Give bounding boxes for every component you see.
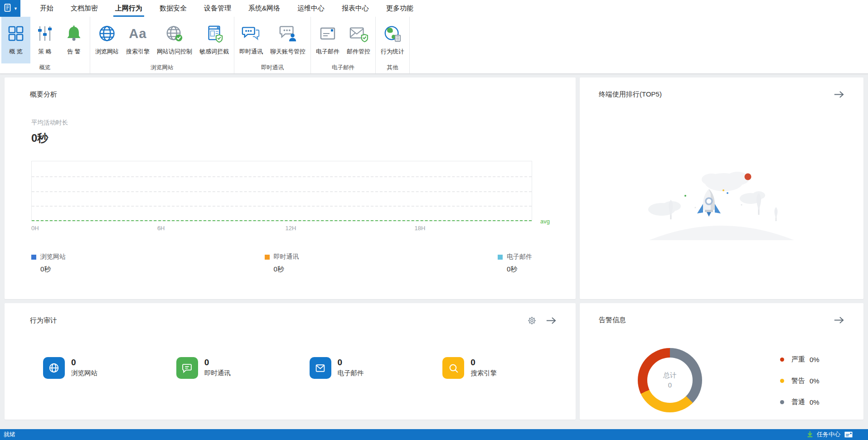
tab-system-network[interactable]: 系统&网络 [240,0,289,17]
arrow-right-icon[interactable] [834,90,844,99]
ribbon-button-sensitive-word-block[interactable]: 敏感词拦截 [196,17,233,63]
ribbon-button-label: 网站访问控制 [157,48,192,56]
ribbon-button-website-access-control[interactable]: 网站访问控制 [153,17,196,63]
ribbon-button-label: 搜索引擎 [126,48,150,56]
message-envelope-icon[interactable] [844,431,853,438]
tab-device-management[interactable]: 设备管理 [195,0,240,17]
stat-search-engine[interactable]: 0 搜索引擎 [442,357,576,379]
status-ready-text: 就绪 [4,430,15,439]
legend-dot [780,400,784,404]
stat-instant-messaging[interactable]: 0 即时通讯 [176,357,310,379]
statusbar: 就绪 任务中心 [0,429,868,440]
ribbon-button-behavior-statistics[interactable]: 行为统计 [377,17,408,63]
tab-ops-center[interactable]: 运维中心 [289,0,333,17]
arrow-right-icon[interactable] [546,316,557,325]
tab-home[interactable]: 开始 [31,0,62,17]
alert-legend: 严重 0% 警告 0% 普通 0% [780,355,820,419]
card-behavior-audit: 行为审计 0 浏览网站 [5,303,576,420]
page-shield-icon [205,21,224,46]
ribbon-button-policy[interactable]: 策 略 [30,17,59,63]
ribbon-button-instant-messaging[interactable]: 即时通讯 [236,17,267,63]
arrow-right-icon[interactable] [834,316,844,324]
legend-swatch [31,255,36,260]
ribbon-button-label: 聊天账号管控 [270,48,305,56]
stat-browse-website[interactable]: 0 浏览网站 [43,357,176,379]
ribbon-button-chat-account-control[interactable]: 聊天账号管控 [267,17,309,63]
globe-icon [43,357,65,379]
card-terminal-usage-ranking: 终端使用排行(TOP5) [580,77,863,299]
rocket-illustration [697,189,721,217]
gear-icon[interactable] [527,316,537,325]
task-center-button[interactable]: 任务中心 [806,430,840,439]
search-icon [442,357,464,379]
alert-legend-critical: 严重 0% [780,355,820,364]
legend-item-browse-website: 浏览网站 0秒 [31,253,66,274]
legend-item-email: 电子邮件 0秒 [498,253,532,274]
tab-report-center[interactable]: 报表中心 [333,0,378,17]
ranking-card-title: 终端使用排行(TOP5) [599,90,662,99]
main-content: 概要分析 平均活动时长 0秒 avg 0H 6H 12H 18H [0,74,868,429]
ribbon-group-instant-messaging: 即时通讯 聊天账号管控 即时通讯 [234,17,311,73]
mail-icon [319,21,337,46]
summary-legend: 浏览网站 0秒 即时通讯 0秒 电子邮件 0秒 [31,253,532,274]
ribbon-button-label: 即时通讯 [239,48,263,56]
legend-item-instant-messaging: 即时通讯 0秒 [265,253,299,274]
summary-card-title: 概要分析 [30,90,57,99]
avg-dashed-line [32,220,532,221]
x-tick: 6H [157,225,165,232]
ribbon-group-label: 即时通讯 [234,64,310,72]
legend-swatch [265,255,270,260]
chat-icon [176,357,198,379]
globe-check-icon [165,21,184,46]
tab-more-features[interactable]: 更多功能 [378,0,422,17]
ribbon-button-search-engine[interactable]: Aa 搜索引擎 [122,17,153,63]
ribbon-button-overview[interactable]: 概 览 [1,17,30,63]
metric-label: 平均活动时长 [31,119,576,127]
app-document-icon [3,3,13,15]
ribbon-group-label: 浏览网站 [90,64,234,72]
alert-donut: 总计 0 [638,348,702,412]
ribbon-group-overview: 概 览 策 略 告 警 概览 [0,17,90,73]
mail-shield-icon [349,21,368,46]
ribbon-button-label: 行为统计 [381,48,404,56]
grid-icon [7,21,25,46]
ribbon-button-label: 邮件管控 [347,48,370,56]
ribbon-group-label: 概览 [0,64,90,72]
ribbon-group-label: 其他 [376,64,409,72]
legend-swatch [498,255,503,260]
ribbon-button-email[interactable]: 电子邮件 [312,17,343,63]
mail-icon [310,357,331,379]
x-tick: 12H [285,225,296,232]
chevron-down-icon: ▼ [14,6,18,11]
chart-plot-area: avg [31,161,532,221]
ribbon-button-email-control[interactable]: 邮件管控 [343,17,374,63]
tab-data-security[interactable]: 数据安全 [151,0,195,17]
ribbon-button-label: 电子邮件 [316,48,339,56]
stat-email[interactable]: 0 电子邮件 [310,357,443,379]
bell-icon [65,21,83,46]
audit-card-title: 行为审计 [30,316,57,325]
download-icon [806,430,814,439]
ribbon-group-other: 行为统计 其他 [376,17,410,73]
ribbon-button-alert[interactable]: 告 警 [59,17,88,63]
alerts-card-title: 告警信息 [599,316,626,324]
alert-legend-warning: 警告 0% [780,377,820,385]
ribbon-button-browse-website[interactable]: 浏览网站 [92,17,122,63]
x-axis-ticks: 0H 6H 12H 18H [31,225,532,234]
red-planet-dot [745,174,752,180]
globe-stats-icon [383,21,402,46]
x-tick: 18H [415,225,426,232]
ribbon: 概 览 策 略 告 警 概览 浏览网站 Aa 搜索引擎 [0,17,868,74]
globe-icon [98,21,116,46]
card-summary-analysis: 概要分析 平均活动时长 0秒 avg 0H 6H 12H 18H [5,77,576,299]
ribbon-button-label: 告 警 [67,48,81,56]
average-activity-metric: 平均活动时长 0秒 [31,119,576,145]
tab-internet-behavior[interactable]: 上网行为 [107,0,151,17]
ribbon-group-browse-website: 浏览网站 Aa 搜索引擎 网站访问控制 敏感词拦截 浏览网站 [90,17,234,73]
ribbon-group-email: 电子邮件 邮件管控 电子邮件 [311,17,376,73]
sliders-icon [36,21,54,46]
app-menu-button[interactable]: ▼ [0,0,20,17]
ribbon-group-label: 电子邮件 [311,64,375,72]
tab-doc-encryption[interactable]: 文档加密 [62,0,107,17]
legend-dot [780,358,784,362]
